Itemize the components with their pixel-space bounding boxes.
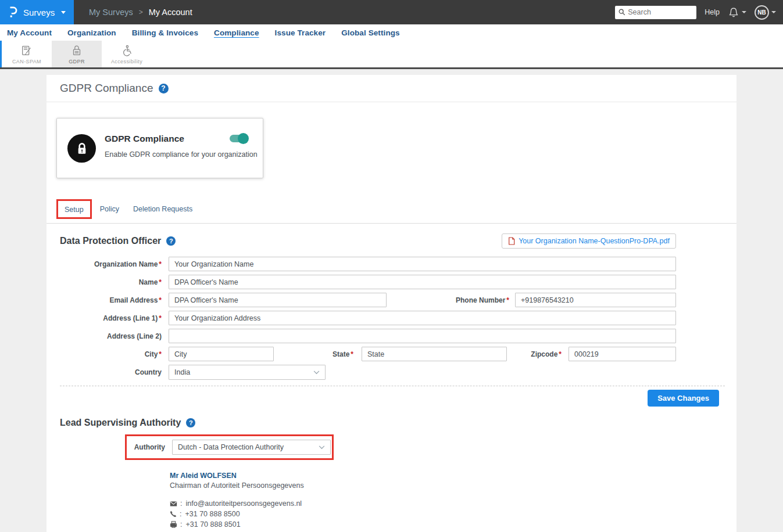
authority-contact-card: Mr Aleid WOLFSEN Chairman of Autoriteit … — [170, 472, 736, 529]
avatar: NB — [755, 5, 769, 20]
name-field[interactable] — [169, 275, 676, 289]
city-label: City* — [60, 350, 169, 358]
help-link[interactable]: Help — [705, 8, 720, 16]
phone-number-field[interactable] — [515, 293, 676, 307]
wheelchair-icon — [120, 44, 133, 57]
email-address-field[interactable] — [169, 293, 387, 307]
gdpr-enable-card: GDPR Compliance Enable GDPR compliance f… — [56, 118, 263, 178]
help-icon[interactable]: ? — [166, 236, 176, 246]
setup-tabs: Setup Policy Deletion Requests — [47, 199, 736, 224]
highlight-box-setup: Setup — [56, 199, 92, 219]
authority-email-line: : info@autoriteitpersoonsgegevens.nl — [170, 499, 736, 508]
authority-label: Authority — [127, 443, 172, 451]
nav-organization[interactable]: Organization — [67, 28, 116, 37]
help-icon[interactable]: ? — [186, 418, 195, 427]
section-divider — [60, 386, 725, 386]
chevron-down-icon — [61, 11, 66, 14]
account-nav: My Account Organization Billing & Invoic… — [0, 24, 783, 41]
address-line2-field[interactable] — [169, 329, 676, 343]
state-field[interactable] — [362, 347, 507, 361]
dpo-save-button[interactable]: Save Changes — [648, 390, 719, 407]
bell-icon — [728, 6, 739, 19]
authority-fax: +31 70 888 8501 — [185, 520, 240, 529]
authority-phone-line: : +31 70 888 8500 — [170, 510, 736, 518]
subtab-gdpr[interactable]: GDPR — [52, 41, 102, 67]
page-title: GDPR Compliance — [60, 82, 153, 95]
nav-billing-invoices[interactable]: Billing & Invoices — [132, 28, 198, 37]
card-subtitle: Enable GDPR compliance for your organiza… — [105, 150, 258, 159]
name-label: Name* — [60, 278, 169, 286]
state-label: State* — [274, 350, 362, 358]
dpa-pdf-button[interactable]: Your Organization Name-QuestionPro-DPA.p… — [502, 233, 676, 249]
help-icon[interactable]: ? — [159, 84, 169, 94]
compliance-subtabs: CAN-SPAM GDPR Accessibility — [0, 41, 783, 69]
subtab-can-spam[interactable]: CAN-SPAM — [2, 41, 52, 67]
nav-compliance[interactable]: Compliance — [214, 28, 259, 37]
chevron-down-icon — [742, 11, 746, 13]
country-select[interactable]: India — [169, 365, 326, 380]
authority-fax-line: : +31 70 888 8501 — [170, 520, 736, 529]
organization-name-field[interactable] — [169, 257, 676, 271]
envelope-icon — [170, 501, 177, 507]
nav-my-account[interactable]: My Account — [7, 28, 52, 37]
nav-issue-tracker[interactable]: Issue Tracker — [275, 28, 326, 37]
gdpr-toggle[interactable] — [230, 135, 247, 142]
tab-deletion-requests[interactable]: Deletion Requests — [133, 205, 192, 213]
search-box[interactable] — [615, 6, 696, 19]
product-switcher[interactable]: Surveys — [0, 0, 74, 24]
authority-contact-name[interactable]: Mr Aleid WOLFSEN — [170, 472, 736, 480]
authority-email: info@autoriteitpersoonsgegevens.nl — [185, 499, 302, 508]
notifications-menu[interactable] — [728, 6, 746, 19]
questionpro-logo-icon — [8, 6, 18, 19]
search-input[interactable] — [628, 8, 692, 16]
account-menu[interactable]: NB — [755, 5, 776, 20]
zipcode-label: Zipcode* — [507, 350, 569, 358]
padlock-icon — [70, 44, 83, 57]
gdpr-compliance-panel: GDPR Compliance ? GDPR Compliance Enable… — [47, 75, 736, 532]
lock-icon — [67, 134, 96, 163]
highlight-box-authority: Authority Dutch - Data Protection Author… — [125, 434, 334, 460]
fax-icon — [170, 521, 177, 528]
tab-setup[interactable]: Setup — [65, 206, 84, 214]
chevron-down-icon — [313, 371, 320, 375]
address-line2-label: Address (Line 2) — [60, 332, 169, 340]
card-title: GDPR Compliance — [105, 134, 184, 144]
breadcrumb: My Surveys > My Account — [89, 8, 192, 17]
dpo-form: Organization Name* Name* Email Address* … — [47, 257, 676, 380]
phone-number-label: Phone Number* — [387, 296, 515, 304]
pdf-file-icon — [508, 237, 515, 245]
address-line1-label: Address (Line 1)* — [60, 314, 169, 322]
chevron-down-icon — [319, 445, 325, 450]
breadcrumb-separator: > — [139, 8, 143, 16]
authority-select[interactable]: Dutch - Data Protection Authority — [172, 440, 331, 455]
authority-phone: +31 70 888 8500 — [185, 510, 239, 518]
breadcrumb-my-account: My Account — [149, 8, 192, 17]
nav-global-settings[interactable]: Global Settings — [341, 28, 400, 37]
address-line1-field[interactable] — [169, 311, 676, 325]
country-label: Country — [60, 368, 169, 376]
notepad-pencil-icon — [20, 44, 33, 57]
phone-icon — [170, 511, 177, 517]
product-name: Surveys — [23, 8, 55, 17]
breadcrumb-my-surveys[interactable]: My Surveys — [89, 8, 133, 17]
dpo-heading: Data Protection Officer — [60, 236, 161, 246]
tab-policy[interactable]: Policy — [100, 205, 119, 213]
city-field[interactable] — [169, 347, 274, 361]
email-address-label: Email Address* — [60, 296, 169, 304]
top-bar: Surveys My Surveys > My Account Help NB — [0, 0, 783, 24]
lsa-heading: Lead Supervising Authority — [60, 418, 181, 428]
zipcode-field[interactable] — [569, 347, 676, 361]
chevron-down-icon — [771, 11, 776, 13]
authority-contact-title: Chairman of Autoriteit Persoonsgegevens — [170, 481, 736, 490]
subtab-accessibility[interactable]: Accessibility — [102, 41, 152, 67]
search-icon — [618, 9, 625, 16]
organization-name-label: Organization Name* — [60, 260, 169, 268]
